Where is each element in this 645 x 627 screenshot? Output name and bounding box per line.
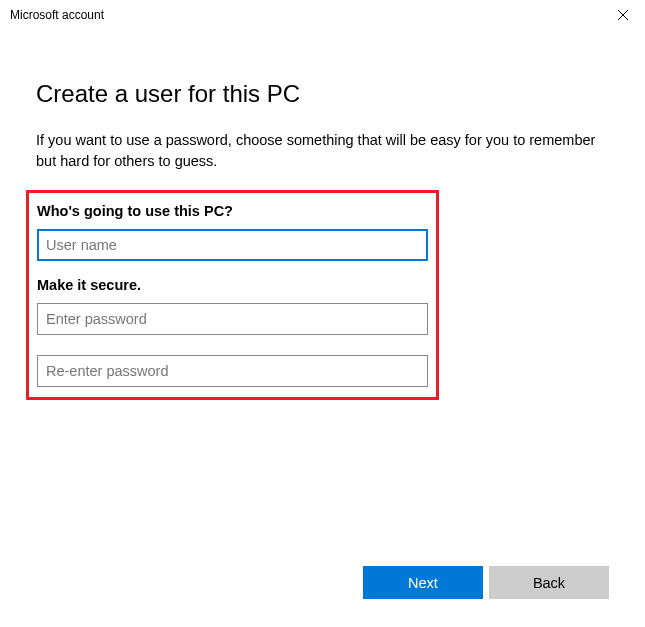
username-input[interactable] (37, 229, 428, 261)
password-section-label: Make it secure. (37, 277, 428, 293)
password-input-group (37, 303, 428, 387)
next-button[interactable]: Next (363, 566, 483, 599)
username-section-label: Who's going to use this PC? (37, 203, 428, 219)
close-icon (618, 10, 628, 20)
footer-buttons: Next Back (363, 566, 609, 599)
titlebar: Microsoft account (0, 0, 645, 30)
window-title: Microsoft account (10, 8, 104, 22)
page-title: Create a user for this PC (36, 80, 609, 108)
form-highlight-box: Who's going to use this PC? Make it secu… (26, 190, 439, 400)
password-confirm-input[interactable] (37, 355, 428, 387)
password-input[interactable] (37, 303, 428, 335)
close-button[interactable] (601, 0, 645, 30)
back-button[interactable]: Back (489, 566, 609, 599)
page-subtitle: If you want to use a password, choose so… (36, 130, 609, 172)
content-area: Create a user for this PC If you want to… (0, 30, 645, 400)
